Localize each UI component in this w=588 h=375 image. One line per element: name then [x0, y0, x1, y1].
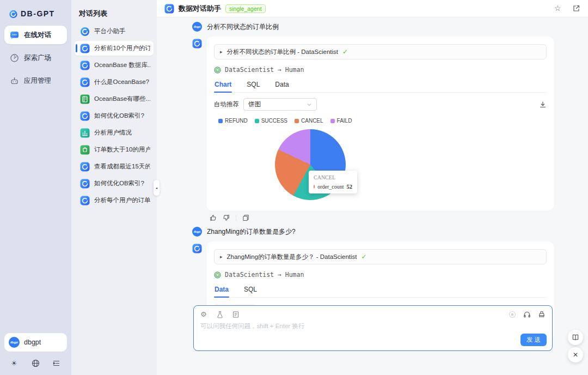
- conversation-item[interactable]: OceanBase有哪些...: [75, 92, 154, 106]
- tab-data[interactable]: Data: [214, 283, 229, 297]
- sidebar-footer: ☀: [4, 359, 67, 368]
- collapse-menu-icon[interactable]: [52, 359, 60, 367]
- app-blue-icon: [80, 111, 90, 121]
- book-green-icon: [80, 94, 90, 104]
- result-tabs: DataSQL: [214, 283, 547, 298]
- language-globe-icon[interactable]: [32, 359, 40, 367]
- user-pill[interactable]: dbgpt dbgpt: [4, 333, 67, 352]
- theme-sun-icon[interactable]: ☀: [11, 359, 19, 367]
- user-message-text: 分析不同状态的订单比例: [207, 22, 279, 32]
- conversation-item[interactable]: 订单数大于10的用户...: [75, 142, 154, 157]
- conversation-item[interactable]: 平台小助手: [75, 24, 154, 39]
- agent-avatar-icon: [214, 66, 221, 74]
- main-header: 数据对话助手 single_agent ☆: [157, 0, 588, 17]
- assistant-avatar-icon: [192, 39, 202, 49]
- dbgpt-logo-icon: [9, 9, 18, 18]
- legend-item-cancel[interactable]: CANCEL: [295, 118, 323, 124]
- robot-icon: [10, 76, 19, 86]
- book-icon: [572, 334, 579, 341]
- download-icon[interactable]: [539, 101, 547, 108]
- plan-title: ZhangMing的订单数量是多少？ - DataScientist: [227, 253, 357, 261]
- sidebar-item-online-chat[interactable]: 在线对话: [4, 26, 67, 44]
- legend-label: FAILD: [337, 118, 352, 124]
- agent-line: DataScientist → Human: [214, 66, 547, 74]
- conversation-item-label: 什么是OceanBase?: [94, 78, 149, 86]
- result-tabs: ChartSQLData: [214, 78, 547, 93]
- chat-text-input[interactable]: [200, 322, 546, 341]
- agent-line: DataScientist → Human: [214, 271, 547, 279]
- conversation-item[interactable]: 什么是OceanBase?: [75, 75, 154, 89]
- docs-book-button[interactable]: [568, 330, 583, 345]
- resource-file-icon[interactable]: [232, 311, 240, 318]
- send-button[interactable]: 发送: [520, 334, 547, 346]
- user-message-avatar: dbgpt: [192, 22, 202, 32]
- headset-icon[interactable]: [523, 311, 531, 318]
- sidebar-item-label: 探索广场: [24, 53, 51, 63]
- user-avatar: dbgpt: [9, 337, 20, 348]
- chart-type-value: 饼图: [248, 100, 261, 108]
- tab-sql[interactable]: SQL: [243, 283, 258, 297]
- tab-chart[interactable]: Chart: [214, 78, 232, 92]
- conversation-list: 平台小助手分析前10个用户的订...OceanBase 数据库...什么是Oce…: [75, 24, 154, 208]
- conversation-item-label: OceanBase有哪些...: [94, 95, 150, 103]
- conversation-item-label: 如何优化OB索引?: [94, 179, 144, 188]
- gear-icon[interactable]: ⚙: [200, 311, 208, 318]
- caret-right-icon: ▸: [220, 254, 223, 259]
- conversation-item[interactable]: 分析用户情况: [75, 125, 154, 140]
- copy-icon[interactable]: [242, 214, 249, 221]
- legend-item-success[interactable]: SUCCESS: [255, 118, 287, 124]
- conversation-item[interactable]: 如何优化OB索引?: [75, 108, 154, 123]
- legend-item-faild[interactable]: FAILD: [330, 118, 352, 124]
- close-button[interactable]: ✕: [568, 347, 583, 362]
- panel-collapse-handle[interactable]: ◂: [154, 180, 160, 196]
- board-teal-icon: [80, 128, 90, 138]
- assistant-message: ▸ 分析不同状态的订单比例 - DataScientist ✓ DataScie…: [157, 37, 588, 211]
- tab-data[interactable]: Data: [274, 78, 289, 92]
- conversation-item-label: OceanBase 数据库...: [94, 61, 150, 69]
- header-actions: ☆: [554, 4, 580, 13]
- cart-green-icon: [80, 145, 90, 155]
- conversation-item-label: 平台小助手: [94, 27, 126, 35]
- dbgpt-logo: DB-GPT: [4, 7, 67, 26]
- conversation-item[interactable]: OceanBase 数据库...: [75, 58, 154, 72]
- flask-icon[interactable]: [216, 311, 224, 318]
- chart-type-select[interactable]: 饼图: [243, 98, 317, 111]
- chat-input-box: ⚙: [193, 305, 553, 351]
- conversation-item[interactable]: 如何优化OB索引?: [75, 176, 154, 191]
- thumbs-down-icon[interactable]: [223, 214, 230, 221]
- clear-brush-icon[interactable]: [538, 311, 546, 318]
- chat-icon: [10, 31, 19, 40]
- agent-line-text: DataScientist → Human: [225, 271, 304, 279]
- conversation-item[interactable]: 分析每个用户的订单...: [75, 193, 154, 208]
- sidebar-item-apps[interactable]: 应用管理: [4, 71, 67, 90]
- app-blue-icon: [80, 162, 90, 172]
- app-blue-icon: [80, 196, 90, 205]
- app-root: DB-GPT 在线对话 探索广场 应用管理 dbgpt dbgpt ☀: [0, 0, 588, 375]
- main-area: 数据对话助手 single_agent ☆ dbgpt 分析不同状态的订单比例: [157, 0, 588, 375]
- favorite-star-icon[interactable]: ☆: [554, 4, 562, 13]
- floating-buttons: ✕: [568, 330, 583, 362]
- success-check-icon: ✓: [342, 48, 348, 56]
- conversation-item[interactable]: 分析前10个用户的订...: [75, 41, 154, 56]
- legend-item-refund[interactable]: REFUND: [218, 118, 248, 124]
- plan-collapse-panel[interactable]: ▸ 分析不同状态的订单比例 - DataScientist ✓: [214, 44, 547, 59]
- tooltip-row: order_count 52: [314, 184, 352, 190]
- tab-sql[interactable]: SQL: [246, 78, 260, 92]
- chevron-down-icon: [307, 102, 312, 107]
- share-icon[interactable]: [572, 4, 580, 13]
- plan-collapse-panel[interactable]: ▸ ZhangMing的订单数量是多少？ - DataScientist ✓: [214, 249, 547, 264]
- stop-circle-icon[interactable]: [509, 311, 516, 318]
- legend-swatch: [295, 119, 299, 123]
- agent-line-text: DataScientist → Human: [225, 66, 304, 74]
- sidebar-item-explore[interactable]: 探索广场: [4, 49, 67, 67]
- tooltip-series-dot: [314, 185, 315, 189]
- caret-right-icon: ▸: [220, 49, 223, 55]
- conversation-item[interactable]: 查看成都最近15天的...: [75, 159, 154, 174]
- thumbs-up-icon[interactable]: [210, 214, 217, 221]
- app-blue-icon: [80, 179, 90, 189]
- chart-controls: 自动推荐 饼图: [214, 98, 547, 111]
- pie-chart-zone: CANCEL order_count 52: [214, 127, 547, 203]
- legend-swatch: [330, 119, 335, 123]
- legend-label: SUCCESS: [261, 118, 287, 124]
- legend-label: REFUND: [225, 118, 248, 124]
